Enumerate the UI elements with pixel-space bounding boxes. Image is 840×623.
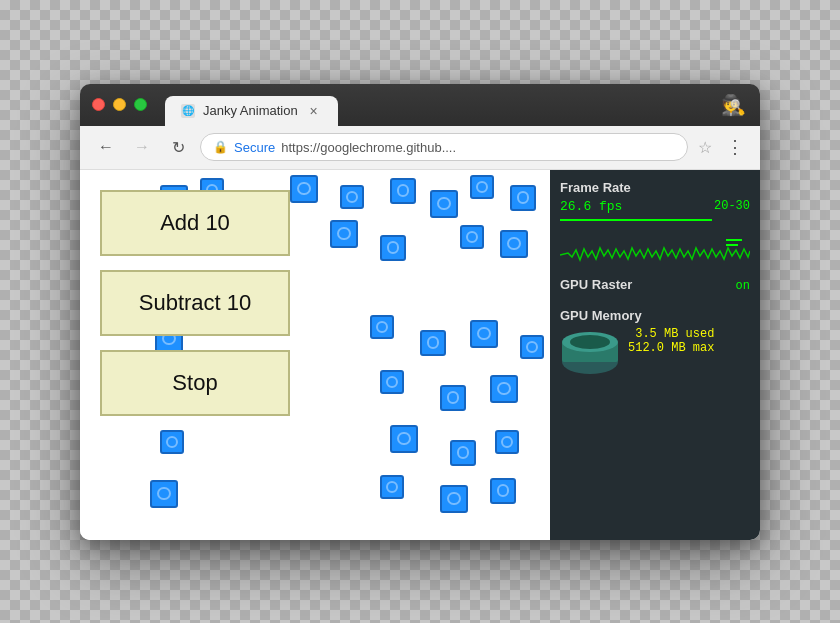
memory-values: 3.5 MB used 512.0 MB max (628, 327, 714, 355)
animated-square (340, 185, 364, 209)
fps-wave (560, 235, 750, 265)
tab-favicon: 🌐 (181, 104, 195, 118)
titlebar: 🌐 Janky Animation × 🕵 (80, 84, 760, 126)
menu-button[interactable]: ⋮ (722, 134, 748, 160)
lock-icon: 🔒 (213, 140, 228, 154)
traffic-lights (92, 98, 147, 111)
gpu-raster-section: GPU Raster on (560, 277, 750, 296)
mem-max: 512.0 MB max (628, 341, 714, 355)
svg-point-3 (570, 335, 610, 349)
maximize-button[interactable] (134, 98, 147, 111)
navbar: ← → ↻ 🔒 Secure https://googlechrome.gith… (80, 126, 760, 170)
animated-square (380, 235, 406, 261)
animated-square (430, 190, 458, 218)
add-button[interactable]: Add 10 (100, 190, 290, 256)
animated-square (500, 230, 528, 258)
url-text: https://googlechrome.github.... (281, 140, 456, 155)
tab-title: Janky Animation (203, 103, 298, 118)
gpu-memory-section: GPU Memory 3.5 MB used 512.0 MB m (560, 308, 750, 381)
tab-area: 🌐 Janky Animation × (165, 84, 713, 126)
gpu-memory-title: GPU Memory (560, 308, 750, 323)
back-button[interactable]: ← (92, 133, 120, 161)
close-button[interactable] (92, 98, 105, 111)
button-container: Add 10 Subtract 10 Stop (100, 190, 290, 416)
fps-row: 26.6 fps 20-30 (560, 199, 750, 214)
fps-bar-container (560, 219, 750, 231)
animation-area: Add 10 Subtract 10 Stop (80, 170, 550, 540)
gpu-raster-value: on (736, 279, 750, 293)
fps-range: 20-30 (714, 199, 750, 213)
animated-square (460, 225, 484, 249)
secure-label: Secure (234, 140, 275, 155)
animated-square (440, 385, 466, 411)
memory-chart (560, 327, 620, 381)
mem-used: 3.5 MB used (628, 327, 714, 341)
page-content: Add 10 Subtract 10 Stop Frame Rate 26.6 … (80, 170, 760, 540)
performance-panel: Frame Rate 26.6 fps 20-30 (550, 170, 760, 540)
frame-rate-section: Frame Rate 26.6 fps 20-30 (560, 180, 750, 265)
fps-value: 26.6 fps (560, 199, 622, 214)
bookmark-button[interactable]: ☆ (696, 136, 714, 159)
animated-square (470, 175, 494, 199)
animated-square (450, 440, 476, 466)
active-tab[interactable]: 🌐 Janky Animation × (165, 96, 338, 126)
animated-square (380, 475, 404, 499)
gpu-raster-title: GPU Raster (560, 277, 632, 292)
animated-square (520, 335, 544, 359)
animated-square (290, 175, 318, 203)
minimize-button[interactable] (113, 98, 126, 111)
animated-square (490, 375, 518, 403)
animated-square (420, 330, 446, 356)
animated-square (380, 370, 404, 394)
spy-icon: 🕵 (721, 93, 744, 117)
animated-square (440, 485, 468, 513)
refresh-button[interactable]: ↻ (164, 133, 192, 161)
frame-rate-title: Frame Rate (560, 180, 750, 195)
fps-bar (560, 219, 712, 221)
subtract-button[interactable]: Subtract 10 (100, 270, 290, 336)
animated-square (510, 185, 536, 211)
animated-square (330, 220, 358, 248)
forward-button[interactable]: → (128, 133, 156, 161)
titlebar-right: 🕵 (721, 93, 748, 117)
animated-square (390, 178, 416, 204)
browser-window: 🌐 Janky Animation × 🕵 ← → ↻ 🔒 Secure htt… (80, 84, 760, 540)
fps-wave-svg (560, 235, 750, 265)
animated-square (495, 430, 519, 454)
tab-close-button[interactable]: × (306, 103, 322, 119)
stop-button[interactable]: Stop (100, 350, 290, 416)
address-bar[interactable]: 🔒 Secure https://googlechrome.github.... (200, 133, 688, 161)
gpu-raster-row: GPU Raster on (560, 277, 750, 296)
animated-square (390, 425, 418, 453)
animated-square (490, 478, 516, 504)
animated-square (150, 480, 178, 508)
animated-square (470, 320, 498, 348)
animated-square (160, 430, 184, 454)
animated-square (370, 315, 394, 339)
